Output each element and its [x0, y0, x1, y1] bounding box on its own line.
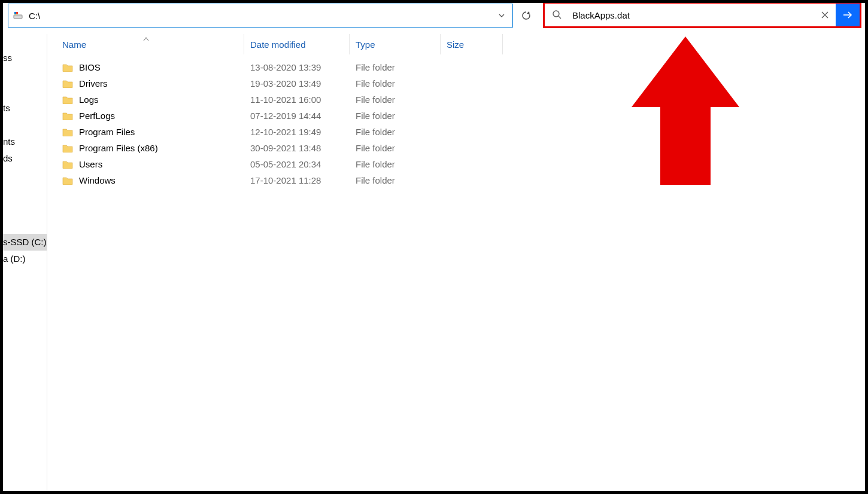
- column-header-date[interactable]: Date modified: [244, 34, 350, 54]
- sidebar-item[interactable]: ts: [3, 100, 47, 117]
- file-date: 07-12-2019 14:44: [244, 111, 350, 121]
- file-type: File folder: [350, 127, 441, 137]
- table-row[interactable]: BIOS13-08-2020 13:39File folder: [48, 59, 865, 75]
- column-header-name[interactable]: Name: [48, 34, 244, 54]
- svg-point-5: [553, 11, 559, 17]
- file-rows: BIOS13-08-2020 13:39File folderDrivers19…: [48, 54, 865, 188]
- column-headers: Name Date modified Type Size: [48, 34, 865, 54]
- address-path[interactable]: C:\: [29, 11, 493, 21]
- column-header-size-label: Size: [447, 39, 464, 50]
- file-date: 13-08-2020 13:39: [244, 62, 350, 72]
- sidebar-item[interactable]: [3, 167, 47, 184]
- file-name: Program Files: [79, 127, 135, 137]
- address-bar[interactable]: C:\: [8, 4, 513, 28]
- file-type: File folder: [350, 94, 441, 105]
- file-name: Users: [79, 159, 102, 169]
- sort-indicator: [143, 33, 149, 43]
- table-row[interactable]: Drivers19-03-2020 13:49File folder: [48, 75, 865, 92]
- table-row[interactable]: Program Files (x86)30-09-2021 13:48File …: [48, 140, 865, 156]
- sidebar-item[interactable]: s-SSD (C:): [3, 234, 47, 251]
- search-clear-button[interactable]: [817, 11, 833, 19]
- refresh-icon: [521, 10, 532, 21]
- file-date: 30-09-2021 13:48: [244, 143, 350, 153]
- file-type: File folder: [350, 111, 441, 121]
- navigation-sidebar: sstsntsdss-SSD (C:)a (D:): [3, 34, 47, 491]
- file-date: 19-03-2020 13:49: [244, 78, 350, 89]
- folder-icon: [62, 112, 73, 120]
- sidebar-item[interactable]: [3, 200, 47, 217]
- file-type: File folder: [350, 143, 441, 153]
- folder-icon: [62, 80, 73, 88]
- column-header-type[interactable]: Type: [350, 34, 441, 54]
- file-name: Windows: [79, 175, 116, 185]
- explorer-window: C:\: [3, 3, 865, 491]
- file-type: File folder: [350, 78, 441, 89]
- toolbar: C:\: [3, 3, 865, 26]
- close-icon: [821, 11, 828, 19]
- search-icon: [552, 10, 562, 21]
- file-name: Drivers: [79, 78, 108, 89]
- folder-icon: [62, 144, 73, 153]
- folder-icon: [62, 96, 73, 104]
- column-header-name-label: Name: [62, 39, 86, 50]
- file-type: File folder: [350, 175, 441, 185]
- refresh-button[interactable]: [515, 4, 537, 28]
- file-name: PerfLogs: [79, 111, 115, 121]
- search-box[interactable]: [545, 4, 836, 26]
- column-header-date-label: Date modified: [250, 39, 306, 50]
- sidebar-item[interactable]: [3, 66, 47, 83]
- file-name: Logs: [79, 94, 99, 105]
- table-row[interactable]: Program Files12-10-2021 19:49File folder: [48, 124, 865, 140]
- svg-rect-4: [16, 14, 18, 14]
- search-submit-button[interactable]: [836, 4, 860, 26]
- sidebar-item[interactable]: nts: [3, 133, 47, 150]
- file-name: BIOS: [79, 62, 101, 72]
- file-date: 05-05-2021 20:34: [244, 159, 350, 169]
- search-box-highlight: [543, 3, 861, 28]
- table-row[interactable]: Users05-05-2021 20:34File folder: [48, 156, 865, 172]
- column-header-size[interactable]: Size: [441, 34, 503, 54]
- file-type: File folder: [350, 159, 441, 169]
- search-input[interactable]: [572, 10, 817, 20]
- table-row[interactable]: Windows17-10-2021 11:28File folder: [48, 172, 865, 188]
- caret-up-icon: [143, 36, 149, 41]
- svg-line-6: [559, 16, 561, 19]
- sidebar-item[interactable]: ss: [3, 50, 47, 66]
- folder-icon: [62, 176, 73, 185]
- file-type: File folder: [350, 62, 441, 72]
- chevron-down-icon: [498, 12, 505, 19]
- file-date: 12-10-2021 19:49: [244, 127, 350, 137]
- drive-icon: [13, 11, 24, 20]
- column-header-type-label: Type: [356, 39, 375, 50]
- sidebar-item[interactable]: a (D:): [3, 251, 47, 267]
- address-dropdown[interactable]: [493, 12, 510, 19]
- table-row[interactable]: Logs11-10-2021 16:00File folder: [48, 92, 865, 108]
- file-date: 17-10-2021 11:28: [244, 175, 350, 185]
- folder-icon: [62, 160, 73, 169]
- file-name: Program Files (x86): [79, 143, 158, 153]
- folder-icon: [62, 63, 73, 72]
- svg-rect-3: [14, 14, 16, 14]
- svg-rect-0: [14, 15, 22, 19]
- sidebar-item[interactable]: [3, 217, 47, 234]
- sidebar-item[interactable]: ds: [3, 150, 47, 167]
- file-date: 11-10-2021 16:00: [244, 94, 350, 105]
- sidebar-item[interactable]: [3, 184, 47, 200]
- arrow-right-icon: [842, 9, 854, 21]
- table-row[interactable]: PerfLogs07-12-2019 14:44File folder: [48, 108, 865, 124]
- file-list-pane: Name Date modified Type Size BIOS13-08-2…: [48, 34, 865, 491]
- folder-icon: [62, 128, 73, 136]
- sidebar-item[interactable]: [3, 83, 47, 100]
- sidebar-item[interactable]: [3, 117, 47, 133]
